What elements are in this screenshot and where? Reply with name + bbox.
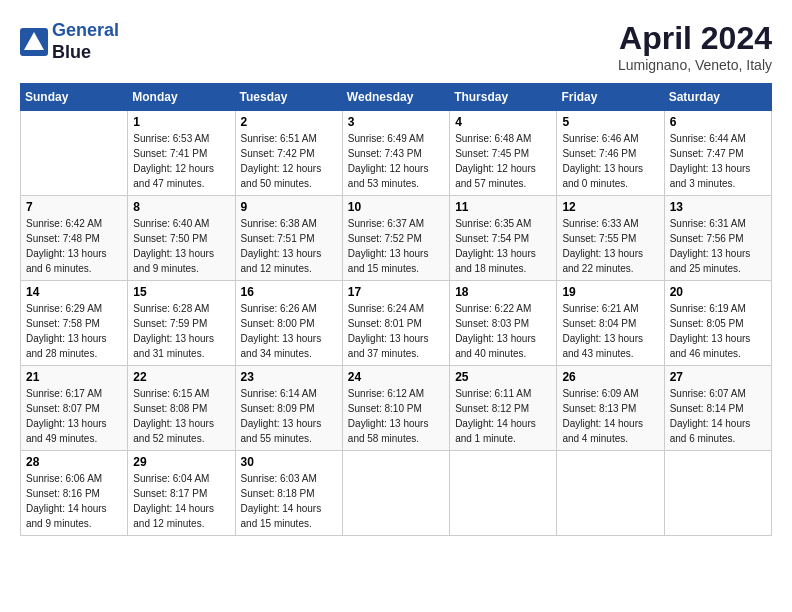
calendar-cell: 2Sunrise: 6:51 AM Sunset: 7:42 PM Daylig… <box>235 111 342 196</box>
calendar-cell: 23Sunrise: 6:14 AM Sunset: 8:09 PM Dayli… <box>235 366 342 451</box>
calendar-cell: 12Sunrise: 6:33 AM Sunset: 7:55 PM Dayli… <box>557 196 664 281</box>
calendar-cell: 5Sunrise: 6:46 AM Sunset: 7:46 PM Daylig… <box>557 111 664 196</box>
day-info: Sunrise: 6:35 AM Sunset: 7:54 PM Dayligh… <box>455 216 551 276</box>
day-number: 30 <box>241 455 337 469</box>
day-number: 3 <box>348 115 444 129</box>
day-number: 10 <box>348 200 444 214</box>
calendar-cell: 29Sunrise: 6:04 AM Sunset: 8:17 PM Dayli… <box>128 451 235 536</box>
day-info: Sunrise: 6:48 AM Sunset: 7:45 PM Dayligh… <box>455 131 551 191</box>
day-info: Sunrise: 6:49 AM Sunset: 7:43 PM Dayligh… <box>348 131 444 191</box>
calendar-cell: 18Sunrise: 6:22 AM Sunset: 8:03 PM Dayli… <box>450 281 557 366</box>
calendar-table: SundayMondayTuesdayWednesdayThursdayFrid… <box>20 83 772 536</box>
calendar-week-row: 1Sunrise: 6:53 AM Sunset: 7:41 PM Daylig… <box>21 111 772 196</box>
day-number: 12 <box>562 200 658 214</box>
calendar-cell: 22Sunrise: 6:15 AM Sunset: 8:08 PM Dayli… <box>128 366 235 451</box>
day-info: Sunrise: 6:14 AM Sunset: 8:09 PM Dayligh… <box>241 386 337 446</box>
weekday-header: Tuesday <box>235 84 342 111</box>
day-info: Sunrise: 6:44 AM Sunset: 7:47 PM Dayligh… <box>670 131 766 191</box>
calendar-cell: 1Sunrise: 6:53 AM Sunset: 7:41 PM Daylig… <box>128 111 235 196</box>
weekday-header: Saturday <box>664 84 771 111</box>
day-number: 15 <box>133 285 229 299</box>
day-number: 22 <box>133 370 229 384</box>
logo-icon <box>20 28 48 56</box>
logo-text: General Blue <box>52 20 119 63</box>
calendar-cell: 11Sunrise: 6:35 AM Sunset: 7:54 PM Dayli… <box>450 196 557 281</box>
weekday-header: Sunday <box>21 84 128 111</box>
day-info: Sunrise: 6:15 AM Sunset: 8:08 PM Dayligh… <box>133 386 229 446</box>
day-number: 4 <box>455 115 551 129</box>
day-number: 13 <box>670 200 766 214</box>
day-number: 2 <box>241 115 337 129</box>
calendar-cell: 21Sunrise: 6:17 AM Sunset: 8:07 PM Dayli… <box>21 366 128 451</box>
day-number: 1 <box>133 115 229 129</box>
day-info: Sunrise: 6:22 AM Sunset: 8:03 PM Dayligh… <box>455 301 551 361</box>
calendar-cell: 13Sunrise: 6:31 AM Sunset: 7:56 PM Dayli… <box>664 196 771 281</box>
logo-line1: General <box>52 20 119 40</box>
calendar-cell <box>21 111 128 196</box>
day-number: 11 <box>455 200 551 214</box>
weekday-header: Wednesday <box>342 84 449 111</box>
calendar-cell <box>557 451 664 536</box>
calendar-cell: 9Sunrise: 6:38 AM Sunset: 7:51 PM Daylig… <box>235 196 342 281</box>
day-info: Sunrise: 6:29 AM Sunset: 7:58 PM Dayligh… <box>26 301 122 361</box>
calendar-cell <box>450 451 557 536</box>
day-number: 20 <box>670 285 766 299</box>
calendar-cell: 20Sunrise: 6:19 AM Sunset: 8:05 PM Dayli… <box>664 281 771 366</box>
day-number: 26 <box>562 370 658 384</box>
day-info: Sunrise: 6:07 AM Sunset: 8:14 PM Dayligh… <box>670 386 766 446</box>
day-number: 6 <box>670 115 766 129</box>
logo: General Blue <box>20 20 119 63</box>
page-header: General Blue April 2024 Lumignano, Venet… <box>20 20 772 73</box>
calendar-cell: 24Sunrise: 6:12 AM Sunset: 8:10 PM Dayli… <box>342 366 449 451</box>
title-block: April 2024 Lumignano, Veneto, Italy <box>618 20 772 73</box>
day-info: Sunrise: 6:40 AM Sunset: 7:50 PM Dayligh… <box>133 216 229 276</box>
calendar-cell: 15Sunrise: 6:28 AM Sunset: 7:59 PM Dayli… <box>128 281 235 366</box>
day-number: 9 <box>241 200 337 214</box>
day-info: Sunrise: 6:26 AM Sunset: 8:00 PM Dayligh… <box>241 301 337 361</box>
calendar-week-row: 14Sunrise: 6:29 AM Sunset: 7:58 PM Dayli… <box>21 281 772 366</box>
calendar-cell: 3Sunrise: 6:49 AM Sunset: 7:43 PM Daylig… <box>342 111 449 196</box>
calendar-cell <box>664 451 771 536</box>
calendar-cell: 30Sunrise: 6:03 AM Sunset: 8:18 PM Dayli… <box>235 451 342 536</box>
day-number: 8 <box>133 200 229 214</box>
calendar-cell: 4Sunrise: 6:48 AM Sunset: 7:45 PM Daylig… <box>450 111 557 196</box>
day-info: Sunrise: 6:24 AM Sunset: 8:01 PM Dayligh… <box>348 301 444 361</box>
day-number: 24 <box>348 370 444 384</box>
day-info: Sunrise: 6:31 AM Sunset: 7:56 PM Dayligh… <box>670 216 766 276</box>
calendar-cell <box>342 451 449 536</box>
calendar-cell: 19Sunrise: 6:21 AM Sunset: 8:04 PM Dayli… <box>557 281 664 366</box>
location: Lumignano, Veneto, Italy <box>618 57 772 73</box>
day-info: Sunrise: 6:33 AM Sunset: 7:55 PM Dayligh… <box>562 216 658 276</box>
day-info: Sunrise: 6:03 AM Sunset: 8:18 PM Dayligh… <box>241 471 337 531</box>
calendar-week-row: 21Sunrise: 6:17 AM Sunset: 8:07 PM Dayli… <box>21 366 772 451</box>
day-number: 27 <box>670 370 766 384</box>
day-number: 29 <box>133 455 229 469</box>
day-number: 25 <box>455 370 551 384</box>
day-info: Sunrise: 6:06 AM Sunset: 8:16 PM Dayligh… <box>26 471 122 531</box>
month-title: April 2024 <box>618 20 772 57</box>
day-number: 5 <box>562 115 658 129</box>
calendar-cell: 7Sunrise: 6:42 AM Sunset: 7:48 PM Daylig… <box>21 196 128 281</box>
day-info: Sunrise: 6:19 AM Sunset: 8:05 PM Dayligh… <box>670 301 766 361</box>
day-info: Sunrise: 6:11 AM Sunset: 8:12 PM Dayligh… <box>455 386 551 446</box>
day-number: 18 <box>455 285 551 299</box>
calendar-cell: 16Sunrise: 6:26 AM Sunset: 8:00 PM Dayli… <box>235 281 342 366</box>
calendar-cell: 10Sunrise: 6:37 AM Sunset: 7:52 PM Dayli… <box>342 196 449 281</box>
calendar-cell: 27Sunrise: 6:07 AM Sunset: 8:14 PM Dayli… <box>664 366 771 451</box>
weekday-header: Thursday <box>450 84 557 111</box>
day-info: Sunrise: 6:38 AM Sunset: 7:51 PM Dayligh… <box>241 216 337 276</box>
day-number: 23 <box>241 370 337 384</box>
day-number: 7 <box>26 200 122 214</box>
calendar-cell: 25Sunrise: 6:11 AM Sunset: 8:12 PM Dayli… <box>450 366 557 451</box>
day-number: 17 <box>348 285 444 299</box>
weekday-header: Friday <box>557 84 664 111</box>
weekday-header: Monday <box>128 84 235 111</box>
day-info: Sunrise: 6:37 AM Sunset: 7:52 PM Dayligh… <box>348 216 444 276</box>
calendar-cell: 26Sunrise: 6:09 AM Sunset: 8:13 PM Dayli… <box>557 366 664 451</box>
day-number: 28 <box>26 455 122 469</box>
calendar-cell: 28Sunrise: 6:06 AM Sunset: 8:16 PM Dayli… <box>21 451 128 536</box>
calendar-week-row: 28Sunrise: 6:06 AM Sunset: 8:16 PM Dayli… <box>21 451 772 536</box>
day-number: 19 <box>562 285 658 299</box>
day-info: Sunrise: 6:17 AM Sunset: 8:07 PM Dayligh… <box>26 386 122 446</box>
day-info: Sunrise: 6:21 AM Sunset: 8:04 PM Dayligh… <box>562 301 658 361</box>
